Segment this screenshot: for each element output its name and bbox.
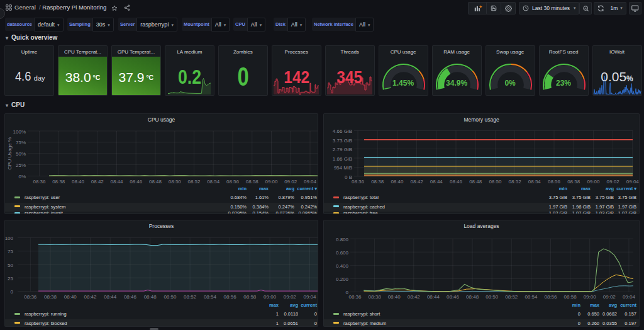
svg-text:08:54: 08:54 <box>528 179 541 185</box>
svg-text:09:02: 09:02 <box>284 294 297 300</box>
svg-text:08:44: 08:44 <box>110 179 123 185</box>
svg-text:0: 0 <box>11 289 14 295</box>
svg-text:100%: 100% <box>13 129 26 135</box>
svg-text:2.79 GiB: 2.79 GiB <box>333 147 352 152</box>
svg-text:08:42: 08:42 <box>411 179 424 185</box>
svg-text:75: 75 <box>8 249 13 254</box>
svg-text:4.66 GiB: 4.66 GiB <box>333 128 352 134</box>
svg-text:08:38: 08:38 <box>371 179 384 185</box>
svg-text:08:56: 08:56 <box>224 294 237 300</box>
svg-text:09:02: 09:02 <box>603 294 616 300</box>
svg-text:08:58: 08:58 <box>243 294 257 300</box>
svg-text:08:36: 08:36 <box>348 294 362 300</box>
svg-text:08:56: 08:56 <box>226 179 240 185</box>
svg-text:08:52: 08:52 <box>184 294 197 300</box>
svg-text:09:04: 09:04 <box>626 179 639 185</box>
svg-text:08:54: 08:54 <box>204 294 217 300</box>
svg-text:1.86 GiB: 1.86 GiB <box>333 156 352 162</box>
svg-text:09:00: 09:00 <box>264 294 277 300</box>
svg-text:50%: 50% <box>16 151 26 157</box>
svg-text:09:02: 09:02 <box>607 179 620 185</box>
svg-text:0.200: 0.200 <box>336 276 349 282</box>
svg-text:08:46: 08:46 <box>450 179 463 185</box>
svg-text:08:42: 08:42 <box>84 294 97 300</box>
svg-text:08:52: 08:52 <box>509 179 522 185</box>
svg-text:09:00: 09:00 <box>587 179 600 185</box>
svg-text:954 MiB: 954 MiB <box>334 165 352 171</box>
svg-text:09:00: 09:00 <box>584 294 597 300</box>
svg-text:3.73 GiB: 3.73 GiB <box>333 138 352 144</box>
svg-text:08:56: 08:56 <box>548 179 561 185</box>
svg-text:100: 100 <box>5 236 14 241</box>
svg-text:75%: 75% <box>16 140 26 145</box>
svg-text:08:46: 08:46 <box>130 179 143 185</box>
svg-text:08:58: 08:58 <box>246 179 259 185</box>
svg-text:08:46: 08:46 <box>447 294 460 300</box>
svg-text:08:36: 08:36 <box>352 179 365 185</box>
svg-text:08:54: 08:54 <box>207 179 220 185</box>
svg-text:08:40: 08:40 <box>72 179 85 185</box>
svg-text:09:04: 09:04 <box>304 179 317 185</box>
svg-text:08:50: 08:50 <box>164 294 177 300</box>
svg-text:09:00: 09:00 <box>265 179 278 185</box>
svg-text:08:38: 08:38 <box>52 179 65 185</box>
svg-text:08:48: 08:48 <box>149 179 162 185</box>
svg-text:08:58: 08:58 <box>567 179 580 185</box>
svg-text:08:50: 08:50 <box>169 179 182 185</box>
svg-text:08:44: 08:44 <box>427 294 440 300</box>
svg-text:25: 25 <box>8 276 13 282</box>
svg-text:08:40: 08:40 <box>391 179 404 185</box>
svg-text:08:40: 08:40 <box>388 294 401 300</box>
svg-text:08:52: 08:52 <box>187 179 201 185</box>
svg-text:08:48: 08:48 <box>469 179 482 185</box>
svg-text:0.800: 0.800 <box>336 237 349 242</box>
svg-text:08:42: 08:42 <box>91 179 104 185</box>
svg-text:08:36: 08:36 <box>33 179 46 185</box>
svg-text:08:54: 08:54 <box>525 294 538 300</box>
svg-text:08:38: 08:38 <box>369 294 382 300</box>
svg-text:08:44: 08:44 <box>430 179 443 185</box>
svg-text:0.400: 0.400 <box>336 263 349 269</box>
svg-text:08:44: 08:44 <box>104 294 117 300</box>
svg-text:08:50: 08:50 <box>489 179 502 185</box>
svg-text:08:40: 08:40 <box>64 294 77 300</box>
svg-text:CPU Usage %: CPU Usage % <box>7 137 13 170</box>
svg-text:0.600: 0.600 <box>336 250 349 256</box>
svg-text:09:04: 09:04 <box>623 294 636 300</box>
svg-text:08:38: 08:38 <box>44 294 57 300</box>
svg-text:0%: 0% <box>18 174 26 179</box>
svg-text:08:42: 08:42 <box>408 294 421 300</box>
svg-text:08:46: 08:46 <box>124 294 137 300</box>
svg-text:08:48: 08:48 <box>144 294 157 300</box>
svg-text:09:04: 09:04 <box>303 294 316 300</box>
svg-text:08:52: 08:52 <box>505 294 518 300</box>
svg-text:08:48: 08:48 <box>466 294 479 300</box>
svg-text:08:56: 08:56 <box>544 294 557 300</box>
svg-text:25%: 25% <box>16 162 26 168</box>
svg-text:08:36: 08:36 <box>24 294 37 300</box>
svg-text:50: 50 <box>8 263 13 268</box>
svg-text:09:02: 09:02 <box>284 179 297 185</box>
svg-text:08:58: 08:58 <box>564 294 577 300</box>
svg-text:08:50: 08:50 <box>486 294 499 300</box>
